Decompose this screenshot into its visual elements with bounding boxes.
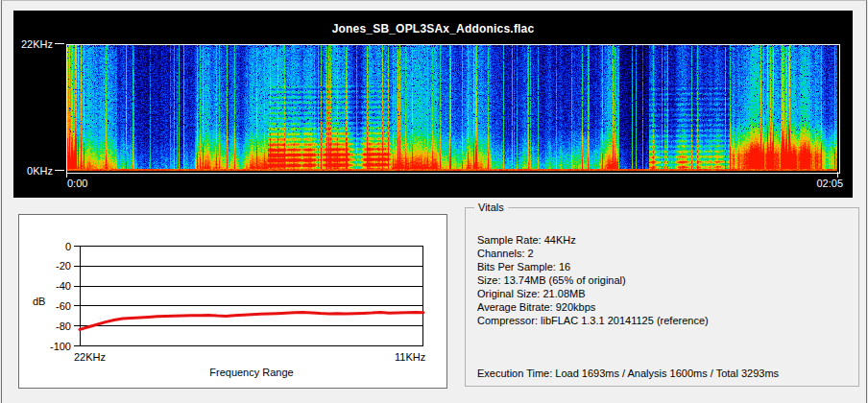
vitals-bits-per-sample: Bits Per Sample: 16 <box>477 260 709 273</box>
frequency-response-line <box>80 313 423 330</box>
time-end-label: 02:05 <box>772 178 843 189</box>
spectrogram-y-min-label: 0KHz <box>13 165 53 177</box>
chart-y-axis-title: dB <box>33 296 65 307</box>
vitals-list: Sample Rate: 44KHz Channels: 2 Bits Per … <box>477 233 709 327</box>
spectrogram-image <box>67 45 837 171</box>
spectrogram-panel: Jones_SB_OPL3SAx_Addonics.flac 22KHz 0KH… <box>13 11 853 198</box>
spectrogram-y-max-label: 22KHz <box>13 38 53 50</box>
vitals-execution-time: Execution Time: Load 1693ms / Analysis 1… <box>477 367 779 379</box>
vitals-size: Size: 13.74MB (65% of original) <box>477 273 709 287</box>
vitals-average-bitrate: Average Bitrate: 920kbps <box>477 300 709 314</box>
chart-y-tick-label: -80 <box>56 320 71 332</box>
frequency-range-panel: 0-20-40-60-80-100 dB 22KHz 11KHz Frequen… <box>18 214 447 389</box>
file-title: Jones_SB_OPL3SAx_Addonics.flac <box>13 22 853 36</box>
vitals-compressor: Compressor: libFLAC 1.3.1 20141125 (refe… <box>477 314 709 327</box>
chart-y-tick-label: -40 <box>56 280 71 292</box>
spectrogram-y-min-tick <box>55 170 64 171</box>
chart-x-end-label: 11KHz <box>395 351 425 363</box>
chart-y-tick-label: -100 <box>50 341 71 352</box>
spectrogram-plot-frame <box>66 44 840 174</box>
vitals-groupbox-title: Vitals <box>474 202 508 213</box>
time-start-label: 0:00 <box>67 178 87 189</box>
vitals-original-size: Original Size: 21.08MB <box>477 287 709 300</box>
chart-y-tick-label: -20 <box>56 260 71 272</box>
chart-x-axis-title: Frequency Range <box>80 367 423 378</box>
spectrogram-y-max-tick <box>55 43 64 44</box>
chart-y-tick-label: 0 <box>65 241 71 252</box>
chart-x-start-label: 22KHz <box>74 351 106 363</box>
vitals-sample-rate: Sample Rate: 44KHz <box>477 233 709 247</box>
vitals-groupbox: Vitals Sample Rate: 44KHz Channels: 2 Bi… <box>465 207 859 387</box>
vitals-channels: Channels: 2 <box>477 247 709 260</box>
analyzer-window: Jones_SB_OPL3SAx_Addonics.flac 22KHz 0KH… <box>1 0 867 403</box>
